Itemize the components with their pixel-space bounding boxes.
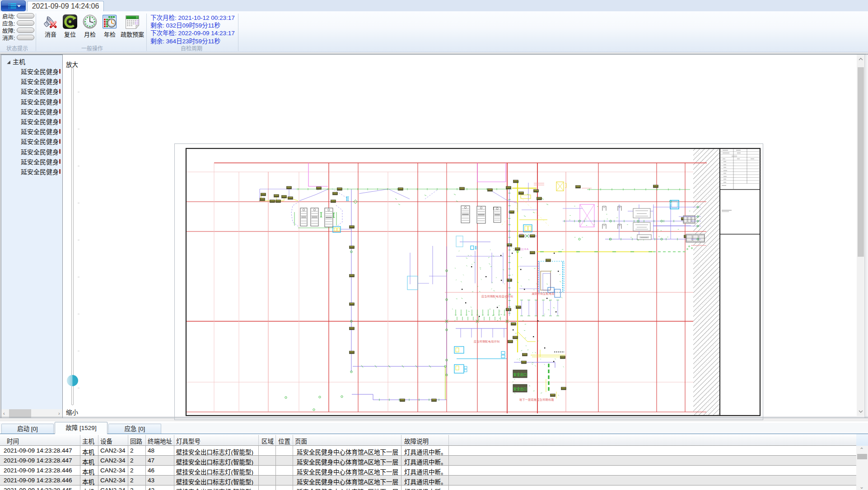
- svg-text:安全出口: 安全出口: [513, 386, 527, 391]
- svg-text:▯▯ 0 A: ▯▯ 0 A: [521, 248, 528, 250]
- svg-text:消防控制室配电箱: 消防控制室配电箱: [532, 291, 555, 296]
- svg-text:安全出口: 安全出口: [513, 372, 527, 377]
- svg-text:应急照明配电箱控制: 应急照明配电箱控制: [474, 339, 500, 343]
- svg-text:地下一层疏散应急照明线路: 地下一层疏散应急照明线路: [519, 398, 554, 402]
- svg-text:应急照明配电箱自动控制: 应急照明配电箱自动控制: [481, 294, 513, 298]
